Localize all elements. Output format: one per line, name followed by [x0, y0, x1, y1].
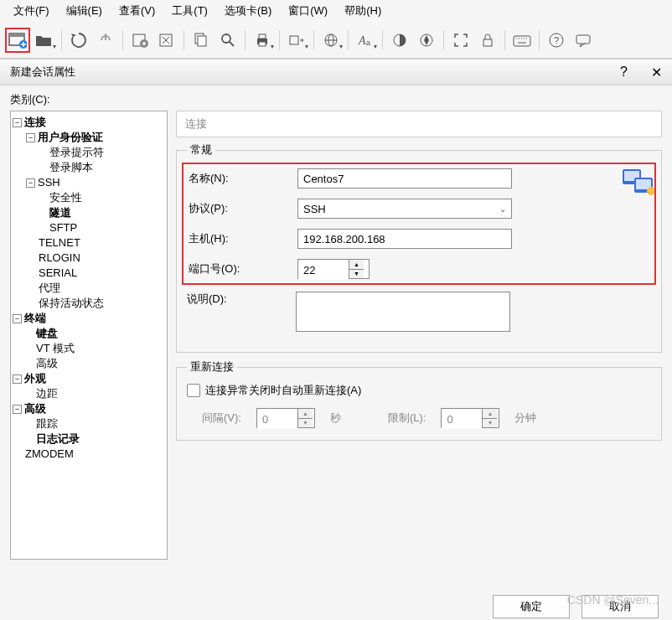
- tree-sftp[interactable]: SFTP: [49, 220, 77, 235]
- ok-button[interactable]: 确定: [493, 595, 570, 618]
- tree-rlogin[interactable]: RLOGIN: [39, 251, 80, 266]
- svg-rect-14: [259, 42, 266, 46]
- svg-rect-23: [483, 39, 492, 46]
- auto-reconnect-label: 连接异常关闭时自动重新连接(A): [205, 383, 361, 398]
- highlighted-fields: 名称(N): 协议(P): SSH ⌄ 主机(H):: [182, 163, 656, 285]
- interval-label: 间隔(V):: [202, 411, 241, 426]
- font-button[interactable]: Aa▾: [353, 28, 378, 53]
- svg-text:a: a: [366, 39, 370, 47]
- toolbar-icon[interactable]: [154, 28, 179, 53]
- properties-button[interactable]: [127, 28, 152, 53]
- tree-expand-icon[interactable]: −: [13, 118, 22, 127]
- toolbar-separator: [122, 30, 123, 50]
- interval-value[interactable]: [257, 409, 297, 429]
- svg-text:?: ?: [554, 35, 559, 45]
- svg-point-6: [142, 42, 146, 45]
- toolbar-separator: [443, 30, 444, 50]
- svg-rect-24: [514, 36, 530, 46]
- spin-down-icon[interactable]: ▼: [298, 419, 313, 428]
- interval-input[interactable]: ▲▼: [256, 408, 315, 428]
- menu-file[interactable]: 文件(F): [5, 2, 58, 20]
- reconnect-legend: 重新连接: [187, 359, 237, 375]
- tree-tunnel[interactable]: 隧道: [49, 205, 71, 220]
- tree-security[interactable]: 安全性: [49, 190, 82, 205]
- spin-down-icon[interactable]: ▼: [349, 270, 364, 279]
- lock-button[interactable]: [475, 28, 500, 53]
- tree-serial[interactable]: SERIAL: [39, 266, 77, 281]
- open-button[interactable]: ▾: [32, 28, 57, 53]
- copy-button[interactable]: [189, 28, 214, 53]
- globe-button[interactable]: ▾: [318, 28, 344, 53]
- reconnect-button[interactable]: [66, 28, 91, 53]
- menu-window[interactable]: 窗口(W): [280, 2, 336, 20]
- svg-rect-9: [198, 36, 206, 46]
- tree-proxy[interactable]: 代理: [39, 281, 60, 296]
- keyboard-button[interactable]: [509, 28, 535, 53]
- tree-zmodem[interactable]: ZMODEM: [25, 447, 74, 462]
- port-input[interactable]: ▲ ▼: [297, 259, 370, 279]
- tree-vt-mode[interactable]: VT 模式: [36, 341, 75, 356]
- tree-login-script[interactable]: 登录脚本: [49, 160, 93, 175]
- fullscreen-button[interactable]: [448, 28, 473, 53]
- toolbar-separator: [348, 30, 349, 50]
- dialog-buttons: 确定 取消: [10, 592, 662, 618]
- disconnect-button[interactable]: [93, 28, 118, 53]
- tree-appearance[interactable]: 外观: [24, 371, 46, 386]
- toolbar-separator: [245, 30, 246, 50]
- limit-value[interactable]: [442, 409, 482, 429]
- tree-login-prompt[interactable]: 登录提示符: [49, 145, 104, 160]
- tree-keyboard[interactable]: 键盘: [36, 326, 58, 341]
- chevron-down-icon: ⌄: [499, 204, 506, 214]
- settings-panel: 连接 常规 名称(N): 协议(P):: [176, 111, 662, 592]
- new-session-button[interactable]: [5, 28, 30, 53]
- tree-margin[interactable]: 边距: [36, 386, 58, 401]
- tree-advanced[interactable]: 高级: [24, 401, 46, 416]
- tree-connection[interactable]: 连接: [24, 115, 46, 130]
- protocol-select[interactable]: SSH ⌄: [297, 199, 512, 219]
- tree-logging[interactable]: 日志记录: [36, 431, 80, 447]
- menu-help[interactable]: 帮助(H): [336, 2, 390, 20]
- tree-expand-icon[interactable]: −: [26, 178, 35, 188]
- dialog-close-button[interactable]: ✕: [651, 65, 662, 80]
- chat-button[interactable]: [571, 28, 596, 53]
- compass-button[interactable]: [414, 28, 439, 53]
- tree-expand-icon[interactable]: −: [13, 314, 22, 323]
- menu-tabs[interactable]: 选项卡(B): [216, 2, 280, 20]
- menu-edit[interactable]: 编辑(E): [58, 2, 111, 20]
- toolbar-separator: [504, 30, 505, 50]
- spin-down-icon[interactable]: ▼: [483, 419, 497, 428]
- port-value[interactable]: [298, 260, 349, 280]
- svg-text:A: A: [358, 34, 366, 47]
- category-tree[interactable]: −连接 −用户身份验证 登录提示符 登录脚本 −SSH 安全性: [10, 111, 168, 560]
- menu-tools[interactable]: 工具(T): [163, 2, 216, 20]
- tree-user-auth[interactable]: 用户身份验证: [38, 130, 103, 145]
- tree-expand-icon[interactable]: −: [13, 375, 22, 384]
- menu-view[interactable]: 查看(V): [111, 2, 163, 20]
- name-input[interactable]: [297, 168, 512, 189]
- spin-up-icon[interactable]: ▲: [483, 409, 497, 419]
- spin-up-icon[interactable]: ▲: [349, 260, 364, 270]
- host-label: 主机(H):: [189, 231, 297, 246]
- dialog-title: 新建会话属性: [10, 65, 75, 80]
- host-input[interactable]: [297, 229, 512, 249]
- tree-telnet[interactable]: TELNET: [39, 235, 80, 251]
- tree-keepalive[interactable]: 保持活动状态: [39, 296, 104, 311]
- spin-up-icon[interactable]: ▲: [298, 409, 313, 419]
- tree-terminal[interactable]: 终端: [24, 311, 46, 326]
- search-button[interactable]: [215, 28, 240, 53]
- color-button[interactable]: [387, 28, 412, 53]
- print-button[interactable]: ▾: [250, 28, 275, 53]
- transfer-button[interactable]: ▾: [284, 28, 309, 53]
- svg-rect-13: [259, 34, 266, 39]
- tree-advanced-term[interactable]: 高级: [36, 356, 58, 371]
- auto-reconnect-checkbox[interactable]: [187, 384, 200, 397]
- tree-ssh[interactable]: SSH: [38, 175, 60, 190]
- limit-input[interactable]: ▲▼: [441, 408, 499, 428]
- dialog-help-button[interactable]: ?: [620, 65, 628, 80]
- description-input[interactable]: [296, 292, 510, 332]
- tree-trace[interactable]: 跟踪: [36, 416, 58, 431]
- tree-expand-icon[interactable]: −: [13, 405, 22, 414]
- tree-expand-icon[interactable]: −: [26, 133, 35, 142]
- help-icon[interactable]: ?: [544, 28, 569, 53]
- toolbar-separator: [61, 30, 62, 50]
